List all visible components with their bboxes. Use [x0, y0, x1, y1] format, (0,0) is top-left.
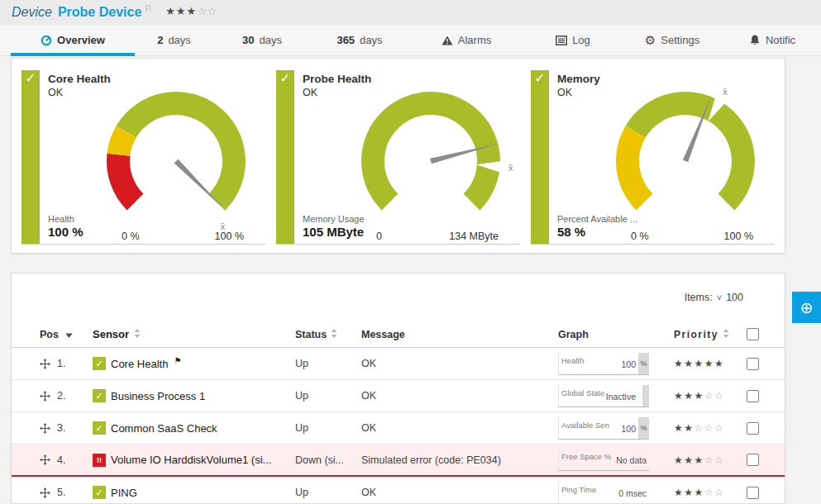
move-handle-icon[interactable]: [40, 487, 50, 498]
graph-unit: [642, 385, 649, 407]
tab-notific[interactable]: Notific: [723, 25, 821, 55]
mini-graph[interactable]: Global StateInactive: [558, 385, 649, 407]
pos-number: 4.: [57, 454, 65, 466]
star-filled-icon: ★: [674, 422, 684, 434]
star-filled-icon: ★: [674, 487, 684, 498]
average-marker-label: x̄: [723, 87, 728, 97]
priority-stars[interactable]: ★★★☆☆: [674, 390, 747, 402]
chevron-down-icon: ˅: [717, 292, 722, 302]
star-filled-icon: ★: [695, 390, 704, 402]
tab-label: days: [168, 34, 190, 46]
graph-label: Ping Time: [561, 485, 596, 494]
star-filled-icon: ★: [695, 454, 704, 466]
tab-log[interactable]: Log: [524, 25, 622, 55]
mini-graph[interactable]: Available Sen100%: [558, 417, 649, 440]
gauge-chart[interactable]: x̄: [343, 83, 520, 224]
column-header-sensor[interactable]: Sensor: [93, 328, 295, 340]
gauge-title: Memory: [557, 73, 600, 85]
page-header: Device Probe Device ⚐ ★★★☆☆: [0, 0, 821, 25]
column-label: Graph: [558, 329, 589, 340]
column-header-status[interactable]: Status: [295, 329, 361, 340]
gauge-panel-core-health: ✓Core HealthOKx̄0 %100 %Health100 %: [21, 70, 265, 245]
pos-number: 3.: [57, 422, 65, 434]
priority-stars[interactable]: ★★★☆☆: [674, 487, 747, 498]
sensor-cell: ✓Business Process 1: [93, 389, 295, 402]
star-empty-icon: ☆: [704, 487, 714, 498]
star-empty-icon: ☆: [714, 454, 724, 466]
status-cell: Down (si...: [295, 454, 361, 466]
sensor-table-card: Items: ˅ 100 PosSensorStatusMessageGraph…: [11, 273, 785, 504]
priority-stars[interactable]: ★★★☆☆: [674, 454, 747, 466]
table-row: 5.✓PINGUpOKPing Time0 msec★★★☆☆: [12, 477, 785, 504]
row-checkbox-cell: [747, 454, 776, 466]
status-cell: Up: [295, 390, 361, 402]
flag-icon: ⚑: [174, 357, 181, 365]
row-checkbox[interactable]: [747, 390, 759, 402]
metric-label: Percent Available ...: [557, 214, 637, 224]
star-filled-icon: ★: [176, 5, 187, 17]
priority-stars[interactable]: ★★☆☆☆: [674, 422, 747, 434]
check-icon: ✓: [25, 71, 36, 85]
sensor-name-link[interactable]: PING: [111, 487, 137, 499]
column-header-priority[interactable]: Priority: [674, 329, 747, 340]
row-checkbox-cell: [747, 390, 776, 402]
gauge-scale: 0 %100 %: [88, 231, 265, 242]
pos-number: 1.: [57, 358, 65, 369]
star-filled-icon: ★: [695, 487, 704, 498]
move-handle-icon[interactable]: [40, 391, 50, 402]
sensor-name-link[interactable]: Core Health: [111, 358, 168, 370]
add-button[interactable]: ⊕: [792, 292, 821, 323]
select-all-checkbox[interactable]: [747, 328, 759, 340]
sensor-name-link[interactable]: Common SaaS Check: [111, 422, 217, 435]
mini-graph[interactable]: Free Space %No data: [558, 449, 649, 471]
column-label: Pos: [40, 329, 59, 340]
move-handle-icon[interactable]: [40, 359, 50, 369]
flag-icon[interactable]: ⚐: [144, 3, 152, 14]
tab-overview[interactable]: Overview: [11, 25, 135, 55]
row-checkbox[interactable]: [747, 487, 759, 499]
sensor-name-link[interactable]: Volume IO HarddiskVolume1 (si...: [111, 454, 271, 466]
tab-days[interactable]: 365days: [311, 25, 408, 55]
tab-settings[interactable]: ⚙Settings: [622, 25, 723, 55]
items-count-control[interactable]: Items: ˅ 100: [685, 292, 743, 303]
mini-graph[interactable]: Health100%: [558, 353, 649, 375]
table-header: PosSensorStatusMessageGraphPriority: [12, 321, 785, 348]
star-filled-icon: ★: [684, 390, 694, 402]
device-name[interactable]: Probe Device: [58, 5, 141, 20]
log-icon: [556, 36, 567, 45]
move-handle-icon[interactable]: [40, 454, 50, 465]
row-checkbox[interactable]: [747, 358, 759, 370]
tab-days[interactable]: 2days: [135, 25, 213, 55]
gauge-metric: Percent Available ...58 %: [557, 214, 637, 239]
row-checkbox[interactable]: [747, 454, 759, 466]
pos-number: 2.: [57, 390, 65, 402]
pos-cell: 1.: [40, 358, 93, 369]
check-icon: ✓: [534, 71, 545, 85]
gauge-metric: Health100 %: [48, 214, 84, 239]
star-filled-icon: ★: [674, 454, 684, 466]
star-empty-icon: ☆: [208, 5, 218, 17]
tab-alarms[interactable]: Alarms: [408, 25, 524, 55]
priority-stars[interactable]: ★★★★★: [674, 358, 747, 369]
gear-icon: ⚙: [645, 34, 656, 46]
scale-max: 134 MByte: [449, 231, 499, 242]
message-cell: OK: [361, 358, 558, 369]
scale-min: 0: [376, 231, 382, 242]
gauge-chart[interactable]: x̄: [88, 83, 265, 224]
device-priority-rating[interactable]: ★★★☆☆: [165, 5, 217, 17]
sensor-cell: ✓Core Health⚑: [93, 357, 295, 370]
column-label: Priority: [674, 329, 718, 340]
row-checkbox[interactable]: [747, 422, 759, 435]
column-label: Message: [361, 329, 405, 340]
tab-days[interactable]: 30days: [213, 25, 311, 55]
column-header-pos[interactable]: Pos: [40, 329, 93, 340]
sensor-error-icon: !!: [93, 454, 106, 467]
status-cell: Up: [295, 358, 361, 369]
graph-label: Global State: [561, 388, 604, 397]
star-empty-icon: ☆: [714, 390, 724, 402]
mini-graph[interactable]: Ping Time0 msec: [558, 482, 649, 504]
sensor-name-link[interactable]: Business Process 1: [111, 390, 205, 402]
gauge-chart[interactable]: x̄: [598, 83, 775, 224]
metric-value: 58 %: [557, 225, 637, 239]
move-handle-icon[interactable]: [40, 423, 50, 434]
